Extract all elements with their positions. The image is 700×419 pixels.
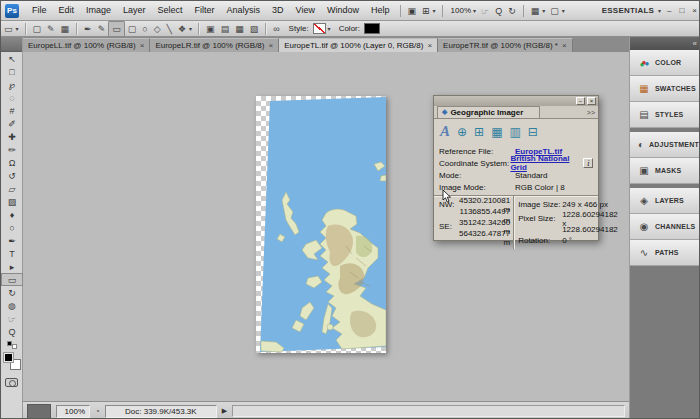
tab-europetl-active[interactable]: EuropeTL.tif @ 100% (Layer 0, RGB/8) ×: [279, 38, 438, 52]
rectangle-shape-icon[interactable]: ▭: [108, 21, 125, 37]
panel-close-button[interactable]: ×: [587, 97, 596, 105]
ellipse-icon[interactable]: ○: [139, 22, 150, 36]
tool-preset-icon[interactable]: ▭: [1, 22, 16, 36]
menu-view[interactable]: View: [290, 1, 321, 20]
type-tool[interactable]: T: [1, 247, 23, 260]
menu-3d[interactable]: 3D: [266, 1, 290, 20]
custom-shape-icon[interactable]: ❖: [175, 22, 189, 36]
close-icon[interactable]: ×: [268, 41, 273, 50]
zoom-percent-field[interactable]: 100%: [56, 405, 90, 418]
transform-icon[interactable]: ▥: [509, 125, 520, 139]
shape-color-swatch[interactable]: [364, 23, 380, 34]
georeference-icon[interactable]: ⊕: [457, 125, 467, 139]
tab-europelr[interactable]: EuropeLR.tif @ 100% (RGB/8) ×: [150, 38, 279, 52]
hand-tool[interactable]: ☞: [1, 312, 23, 325]
panel-button-paths[interactable]: ∿ PATHS: [630, 240, 700, 266]
dock-header[interactable]: «: [630, 37, 700, 50]
tools-panel-header[interactable]: [1, 37, 22, 52]
add-shape-icon[interactable]: ▣: [203, 22, 218, 36]
zoom-tool[interactable]: Q: [1, 325, 23, 338]
blur-tool[interactable]: ♦: [1, 208, 23, 221]
geographic-imager-tab[interactable]: ◈ Geographic Imager: [437, 106, 540, 118]
horizontal-scrollbar[interactable]: [232, 405, 625, 417]
minimize-button[interactable]: –: [663, 6, 675, 15]
fill-pixels-icon[interactable]: ▦: [58, 22, 73, 36]
restore-button[interactable]: □: [675, 6, 688, 15]
rotate-3d-tool[interactable]: ↻: [1, 286, 23, 299]
foreground-color-swatch[interactable]: [3, 352, 14, 363]
panel-minimize-button[interactable]: −: [576, 97, 585, 105]
panel-menu-icon[interactable]: >>: [587, 109, 595, 118]
orbit-3d-tool[interactable]: ◍: [1, 299, 23, 312]
menu-help[interactable]: Help: [365, 1, 396, 20]
panel-button-adjustments[interactable]: ◐ ADJUSTMENTS: [630, 132, 700, 158]
shape-layers-icon[interactable]: ▢: [30, 22, 45, 36]
close-button[interactable]: ×: [688, 6, 700, 15]
history-brush-tool[interactable]: ↺: [1, 169, 23, 182]
pen-tool[interactable]: ✒: [1, 234, 23, 247]
zoom-level-field[interactable]: 100%: [447, 6, 473, 15]
quick-selection-tool[interactable]: ◌: [1, 91, 23, 104]
close-icon[interactable]: ×: [140, 41, 145, 50]
coordinate-system-link[interactable]: British National Grid: [510, 154, 583, 172]
tab-europell[interactable]: EuropeLL.tif @ 100% (RGB/8) ×: [23, 38, 150, 52]
menu-layer[interactable]: Layer: [117, 1, 152, 20]
tab-europetr[interactable]: EuropeTR.tif @ 100% (RGB/8) * ×: [438, 38, 573, 52]
polygon-icon[interactable]: ◇: [151, 22, 164, 36]
intersect-shape-icon[interactable]: ▦: [232, 22, 247, 36]
move-tool[interactable]: ↖: [1, 52, 23, 65]
rotate-view-icon[interactable]: ↻: [505, 6, 519, 16]
panel-title-bar[interactable]: − ×: [434, 96, 598, 106]
exclude-shape-icon[interactable]: ▧: [247, 22, 262, 36]
menu-select[interactable]: Select: [152, 1, 189, 20]
export-icon[interactable]: ⊟: [528, 125, 538, 139]
marquee-tool[interactable]: □: [1, 65, 23, 78]
close-icon[interactable]: ×: [427, 41, 432, 50]
magnifier-icon[interactable]: Q: [492, 6, 505, 16]
collapse-dock-icon[interactable]: «: [693, 39, 697, 48]
lasso-tool[interactable]: ℘: [1, 78, 23, 91]
mosaic-icon[interactable]: ▦: [491, 125, 502, 139]
pen-icon[interactable]: ✒: [81, 22, 95, 36]
style-swatch[interactable]: [313, 23, 326, 34]
gradient-tool[interactable]: ▨: [1, 195, 23, 208]
close-icon[interactable]: ×: [562, 41, 567, 50]
info-button[interactable]: i: [583, 158, 593, 168]
rectangle-tool[interactable]: ▭: [1, 273, 23, 286]
menu-analysis[interactable]: Analysis: [221, 1, 267, 20]
workspace-switcher[interactable]: ESSENTIALS: [598, 6, 658, 15]
paths-mode-icon[interactable]: ✎: [44, 22, 58, 36]
brush-tool[interactable]: ✏: [1, 143, 23, 156]
bridge-icon[interactable]: ▣: [405, 6, 420, 16]
menu-window[interactable]: Window: [321, 1, 365, 20]
menu-edit[interactable]: Edit: [53, 1, 81, 20]
panel-button-layers[interactable]: ◈ LAYERS: [630, 188, 700, 214]
menu-image[interactable]: Image: [80, 1, 117, 20]
healing-brush-tool[interactable]: ✚: [1, 130, 23, 143]
panel-button-color[interactable]: ● COLOR: [630, 50, 700, 76]
panel-button-swatches[interactable]: ▦ SWATCHES: [630, 76, 700, 102]
panel-button-styles[interactable]: ▤ STYLES: [630, 102, 700, 128]
subtract-shape-icon[interactable]: ▤: [218, 22, 233, 36]
quick-mask-button[interactable]: [5, 378, 18, 387]
screen-mode-icon[interactable]: ▢: [547, 6, 562, 16]
arrange-documents-icon[interactable]: ⊞: [419, 6, 433, 16]
default-colors-icon[interactable]: [7, 341, 17, 349]
import-icon[interactable]: ⊞: [474, 125, 484, 139]
freeform-pen-icon[interactable]: ✎: [95, 22, 109, 36]
panel-button-channels[interactable]: ◉ CHANNELS: [630, 214, 700, 240]
map-document[interactable]: [256, 96, 386, 353]
clone-stamp-tool[interactable]: Ω: [1, 156, 23, 169]
hand-icon[interactable]: ☞: [478, 6, 492, 16]
status-flyout-arrow[interactable]: ▶: [222, 407, 227, 415]
eyedropper-tool[interactable]: ✐: [1, 117, 23, 130]
menu-filter[interactable]: Filter: [189, 1, 221, 20]
path-selection-tool[interactable]: ▸: [1, 260, 23, 273]
arrange-docs-icon[interactable]: ▦: [528, 6, 543, 16]
crop-tool[interactable]: #: [1, 104, 23, 117]
menu-file[interactable]: File: [26, 1, 53, 20]
line-icon[interactable]: ╲: [164, 22, 175, 36]
rounded-rectangle-icon[interactable]: ▢: [125, 22, 140, 36]
panel-button-masks[interactable]: ▣ MASKS: [630, 158, 700, 184]
dodge-tool[interactable]: ○: [1, 221, 23, 234]
